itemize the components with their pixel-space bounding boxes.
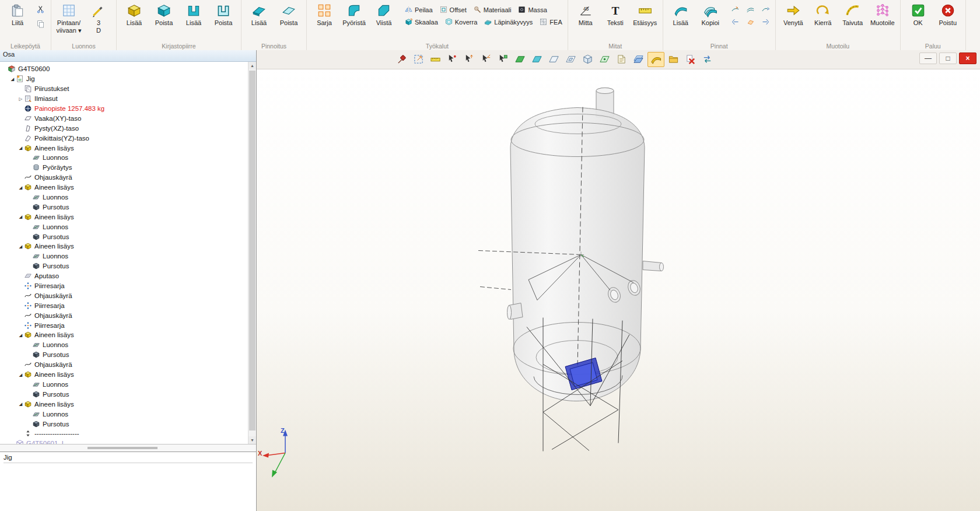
vtool-snap-vertex[interactable] xyxy=(461,52,477,66)
ribbon-button-surf-right[interactable] xyxy=(759,17,772,27)
ribbon-button-venyt[interactable]: Venytä xyxy=(779,2,808,27)
tree-item-luonnos[interactable]: Luonnos xyxy=(0,192,248,202)
vtool-planes-blue[interactable] xyxy=(631,52,646,66)
vtool-plane-outline2[interactable] xyxy=(563,52,579,66)
vtool-delete[interactable] xyxy=(682,52,698,66)
ribbon-button-surf-extend[interactable] xyxy=(759,5,772,15)
tree-item-piirustukset[interactable]: Piirustukset xyxy=(0,84,248,94)
ribbon-button-et-isyys[interactable]: Etäisyys xyxy=(631,2,660,27)
collapsed-arrow-icon[interactable]: ▷ xyxy=(18,96,24,102)
vtool-plane-teal[interactable] xyxy=(529,52,545,66)
tree-item-py-r-ytys[interactable]: Pyöräytys xyxy=(0,163,248,173)
vertical-scrollbar[interactable]: ▲ ▼ xyxy=(248,62,256,444)
vtool-snap-edge[interactable] xyxy=(478,52,494,66)
vtool-pin[interactable] xyxy=(394,52,410,66)
ribbon-button-py-rist[interactable]: Pyöristä xyxy=(340,2,369,27)
minimize-button[interactable]: — xyxy=(919,52,937,64)
3d-scene[interactable]: Z X xyxy=(257,69,980,511)
vtool-sheet[interactable] xyxy=(614,52,629,66)
ribbon-button-pintaan-viivaan[interactable]: Pintaan/ viivaan ▾ xyxy=(54,2,83,34)
vtool-fit[interactable] xyxy=(411,52,426,66)
tree-item-luonnos[interactable]: Luonnos xyxy=(0,222,248,232)
ribbon-button-poista[interactable]: Poista xyxy=(274,2,303,27)
tree-item-pursotus[interactable]: Pursotus xyxy=(0,389,248,399)
ribbon-button-muotoile[interactable]: Muotoile xyxy=(868,2,897,27)
ribbon-button-viist[interactable]: Viistä xyxy=(369,2,398,27)
tree-item-luonnos[interactable]: Luonnos xyxy=(0,409,248,419)
expanded-arrow-icon[interactable]: ◢ xyxy=(18,214,24,219)
ribbon-button-lis[interactable]: Lisää xyxy=(666,2,695,27)
expanded-arrow-icon[interactable]: ◢ xyxy=(18,185,24,190)
tree-item-ohjausk-yr[interactable]: Ohjauskäyrä xyxy=(0,360,248,370)
tree-item-piirresarja[interactable]: Piirresarja xyxy=(0,300,248,310)
ribbon-button-taivuta[interactable]: Taivuta xyxy=(838,2,867,27)
ribbon-button-massa[interactable]: Massa xyxy=(515,5,549,15)
vtool-swap[interactable] xyxy=(699,52,715,66)
tree-item-pursotus[interactable]: Pursotus xyxy=(0,419,248,429)
ribbon-button-kopioi[interactable]: Kopioi xyxy=(696,2,725,27)
vtool-surface-active[interactable] xyxy=(648,52,664,67)
maximize-button[interactable]: □ xyxy=(939,52,957,64)
ribbon-button-3-d[interactable]: 3 D xyxy=(84,2,113,34)
ribbon-button-teksti[interactable]: TTeksti xyxy=(601,2,630,27)
ribbon-button-koverra[interactable]: Koverra xyxy=(442,17,480,27)
tree-item-item[interactable]: -------------------- xyxy=(0,429,248,439)
tree-item-jig[interactable]: ◢Jig xyxy=(0,74,248,84)
horizontal-scrollbar[interactable] xyxy=(0,444,256,452)
scroll-track[interactable] xyxy=(249,69,256,436)
ribbon-button-poista[interactable]: Poista xyxy=(209,2,238,27)
tree-item-aineen-lis-ys[interactable]: ◢Aineen lisäys xyxy=(0,183,248,192)
tree-item-aineen-lis-ys[interactable]: ◢Aineen lisäys xyxy=(0,242,248,251)
ribbon-button-ok[interactable]: OK xyxy=(904,2,933,27)
tree-item-aineen-lis-ys[interactable]: ◢Aineen lisäys xyxy=(0,330,248,340)
scroll-thumb[interactable] xyxy=(249,71,256,430)
ribbon-button-skaalaa[interactable]: Skaalaa xyxy=(402,17,440,27)
scroll-up-arrow[interactable]: ▲ xyxy=(249,62,256,69)
ribbon-button-surf-merge[interactable] xyxy=(744,5,757,15)
ribbon-button-surf-left[interactable] xyxy=(729,17,742,27)
expanded-arrow-icon[interactable]: ◢ xyxy=(18,332,24,338)
ribbon-button-copy[interactable] xyxy=(34,19,48,29)
ribbon-button-poistu[interactable]: Poistu xyxy=(933,2,963,27)
close-button[interactable]: × xyxy=(959,52,977,64)
ribbon-button-l-pin-kyvyys[interactable]: Läpinäkyvyys xyxy=(481,17,535,27)
tree-item-pursotus[interactable]: Pursotus xyxy=(0,261,248,271)
tree-item-ohjausk-yr[interactable]: Ohjauskäyrä xyxy=(0,290,248,300)
ribbon-button-poista[interactable]: Poista xyxy=(149,2,178,27)
vtool-snap-free[interactable] xyxy=(444,52,460,66)
ribbon-button-surf-split[interactable] xyxy=(729,5,742,15)
vtool-pick-part[interactable] xyxy=(495,52,511,66)
tree-item-aineen-lis-ys[interactable]: ◢Aineen lisäys xyxy=(0,370,248,380)
ribbon-button-lis[interactable]: Lisää xyxy=(244,2,274,27)
ribbon-button-lis[interactable]: Lisää xyxy=(179,2,208,27)
ribbon-button-mitta[interactable]: 45Mitta xyxy=(571,2,600,27)
tree-item-pursotus[interactable]: Pursotus xyxy=(0,350,248,360)
tree-item-luonnos[interactable]: Luonnos xyxy=(0,153,248,163)
tree-item-g4t50601-l[interactable]: G4T50601 .L xyxy=(0,439,248,444)
ribbon-button-materiaali[interactable]: Materiaali xyxy=(471,5,514,15)
ribbon-button-sarja[interactable]: Sarja xyxy=(310,2,339,27)
tree-item-aputaso[interactable]: Aputaso xyxy=(0,271,248,281)
tree-item-piirresarja[interactable]: Piirresarja xyxy=(0,281,248,291)
ribbon-button-lis[interactable]: Lisää xyxy=(120,2,149,27)
hscroll-thumb[interactable] xyxy=(88,447,158,449)
vtool-plane-green2[interactable] xyxy=(597,52,612,66)
vtool-plane-green[interactable] xyxy=(512,52,528,66)
tree-item-painopiste-1257-483-kg[interactable]: Painopiste 1257.483 kg xyxy=(0,104,248,114)
expanded-arrow-icon[interactable]: ◢ xyxy=(18,372,24,377)
tree-item-luonnos[interactable]: Luonnos xyxy=(0,380,248,390)
tree-item-luonnos[interactable]: Luonnos xyxy=(0,251,248,261)
tree-item-ilmiasut[interactable]: ▷Ilmiasut xyxy=(0,94,248,104)
scroll-down-arrow[interactable]: ▼ xyxy=(249,436,256,444)
tree-item-aineen-lis-ys[interactable]: ◢Aineen lisäys xyxy=(0,399,248,409)
tree-item-poikittais-yz-taso[interactable]: Poikittais(YZ)-taso xyxy=(0,133,248,143)
vtool-measure[interactable] xyxy=(428,52,443,66)
vtool-folder[interactable] xyxy=(666,52,681,66)
tree-item-piirresarja[interactable]: Piirresarja xyxy=(0,320,248,330)
tree-item-pursotus[interactable]: Pursotus xyxy=(0,232,248,242)
expanded-arrow-icon[interactable]: ◢ xyxy=(18,244,24,249)
tree-item-pursotus[interactable]: Pursotus xyxy=(0,202,248,212)
expanded-arrow-icon[interactable]: ◢ xyxy=(18,145,24,150)
tree-item-ohjausk-yr[interactable]: Ohjauskäyrä xyxy=(0,173,248,183)
ribbon-button-fea[interactable]: FEA xyxy=(537,17,564,27)
